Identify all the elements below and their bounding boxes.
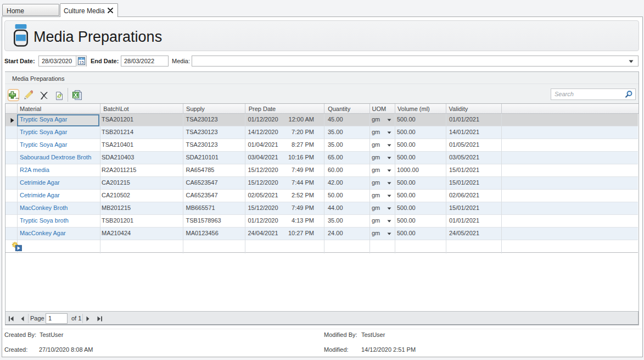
svg-text:15: 15 xyxy=(79,60,84,65)
